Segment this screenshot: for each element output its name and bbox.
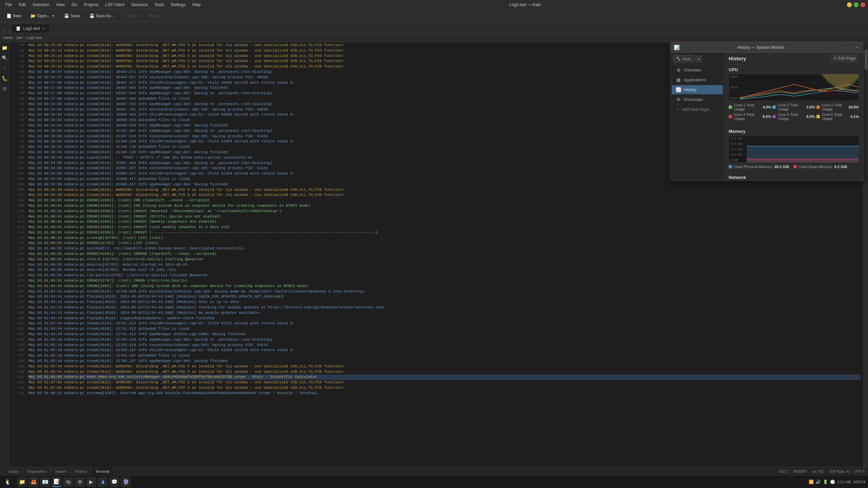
sidebar-files-icon[interactable]: 📁 xyxy=(1,44,8,52)
menu-go[interactable]: Go xyxy=(69,2,80,8)
status-bar: OutputDiagnosticsSearchProjectTerminal 1… xyxy=(0,467,868,475)
taskbar-discord-app[interactable]: 💬 xyxy=(109,477,119,487)
taskbar-kate-app[interactable]: 📝 xyxy=(52,477,62,487)
cpu-stat-dot-6 xyxy=(816,115,820,118)
nav-processes[interactable]: ⚙ Processes xyxy=(672,95,723,104)
vertical-scrollbar[interactable] xyxy=(863,42,868,467)
sidebar-extensions-icon[interactable]: ⊞ xyxy=(1,85,8,92)
editor-line-138: May 03 01:05:18 nobara-pc steam[4519]: 2… xyxy=(28,359,861,364)
status-tab-search[interactable]: Search xyxy=(51,467,71,475)
editor-line-127: May 03 01:04:43 nobara-pc flatpak[3528]:… xyxy=(28,300,861,305)
new-button[interactable]: 📄 New xyxy=(3,12,25,20)
volume-tray-icon: 🔊 xyxy=(816,480,821,484)
breadcrumb-file[interactable]: Log2.text xyxy=(26,36,42,40)
save-as-button[interactable]: 💾 Save As... xyxy=(86,12,118,20)
breadcrumb-home[interactable]: home xyxy=(3,36,13,40)
add-icon: ＋ xyxy=(676,106,680,112)
sysmon-window-title: History — System Monitor xyxy=(737,45,785,50)
undo-button[interactable]: Undo xyxy=(125,12,142,20)
menu-help[interactable]: Help xyxy=(190,2,203,8)
taskbar-discover-app[interactable]: 🛍 xyxy=(63,477,73,487)
window-controls: − □ ✕ xyxy=(847,2,865,7)
status-tab-terminal[interactable]: Terminal xyxy=(91,467,114,475)
taskbar-konsole-app[interactable]: ▶ xyxy=(86,477,96,487)
cpu-graph: 600% 450% 300% xyxy=(729,74,859,101)
taskbar-mail-app[interactable]: 📧 xyxy=(40,477,50,487)
cpu-section: CPU 600% 450% 300% xyxy=(725,64,863,124)
menu-settings[interactable]: Settings xyxy=(168,2,188,8)
taskbar-steam-app[interactable]: ♟ xyxy=(98,477,108,487)
taskbar-extra-app[interactable]: 🔮 xyxy=(121,477,131,487)
tab-nav-back[interactable]: ‹ xyxy=(3,27,7,33)
breadcrumb: home › joel › Log2.text xyxy=(0,33,868,42)
file-icon: 📝 xyxy=(16,26,21,31)
close-button[interactable]: ✕ xyxy=(861,2,865,7)
menu-projects[interactable]: Projects xyxy=(81,2,101,8)
status-tab-diagnostics[interactable]: Diagnostics xyxy=(23,467,51,475)
status-tabs: OutputDiagnosticsSearchProjectTerminal xyxy=(3,467,114,475)
menu-edit[interactable]: Edit xyxy=(16,2,28,8)
mem-value-0: 28.2 GiB xyxy=(774,165,789,169)
memory-section: Memory 42.4 GiB 31.8 GiB 21.2 GiB 10.6 G… xyxy=(725,127,863,170)
taskbar-right: 📶 🔊 🔋 🕐 1:21 AM 3/05/24 xyxy=(809,480,865,484)
editor-line-140: May 03 01:06:54 nobara-pc steam[3818]: W… xyxy=(28,369,861,375)
menu-view[interactable]: View xyxy=(53,2,67,8)
editor-line-118: May 03 01:00:02 nobara-pc CROND[42692]: … xyxy=(28,251,861,257)
save-as-icon: 💾 xyxy=(90,14,95,18)
taskbar-start[interactable]: 🐧 xyxy=(3,477,13,487)
menu-lsp[interactable]: LSP Client xyxy=(103,2,127,8)
editor-line-121: May 03 01:00:02 nobara-pc anacron[42793]… xyxy=(28,267,861,273)
sidebar-search-icon[interactable]: 🔍 xyxy=(1,54,8,62)
menu-file[interactable]: File xyxy=(3,2,15,8)
editor-tab[interactable]: 📝 Log2.text ✕ xyxy=(11,24,50,33)
mem-stat-0: Used Physical Memory 28.2 GiB xyxy=(729,165,789,169)
nav-overview[interactable]: ⊞ Overview xyxy=(672,65,723,75)
menu-selection[interactable]: Selection xyxy=(30,2,52,8)
cpu-stat-core-1: Core 1 Total Usage 4.0% xyxy=(729,103,771,111)
history-title: History xyxy=(729,56,746,61)
sidebar-git-icon[interactable]: ⑂ xyxy=(1,64,8,72)
sysmon-body: 🔧 Tools ≡ ⊞ Overview ▦ Applications xyxy=(670,53,863,181)
taskbar-files-app[interactable]: 📁 xyxy=(17,477,27,487)
window-title: Log2.text — Kate xyxy=(203,2,847,7)
editor-line-134: May 03 01:05:18 nobara-pc steam[4519]: 2… xyxy=(28,337,861,343)
memory-graph-labels: 42.4 GiB 31.8 GiB 21.2 GiB 10.6 GiB 0 Gi… xyxy=(729,136,744,162)
cpu-stat-value-5: 8.0% xyxy=(807,115,815,119)
tab-close-button[interactable]: ✕ xyxy=(42,27,45,30)
menu-sessions[interactable]: Sessions xyxy=(129,2,151,8)
sysmon-close[interactable]: ✕ xyxy=(855,45,860,50)
taskbar-browser-app[interactable]: 🦊 xyxy=(28,477,39,487)
edit-page-button[interactable]: ✎ Edit Page xyxy=(830,55,859,62)
scrollbar-thumb[interactable] xyxy=(865,49,867,70)
open-button[interactable]: 📂 Open... ▼ xyxy=(27,12,58,20)
sidebar-debug-icon[interactable]: 🐛 xyxy=(1,75,8,82)
tools-button[interactable]: 🔧 Tools xyxy=(673,55,694,62)
sysmon-maximize[interactable]: □ xyxy=(849,45,853,50)
taskbar-settings-app[interactable]: ⚙ xyxy=(75,477,85,487)
tab-nav-fwd[interactable]: › xyxy=(7,27,12,33)
editor-line-141: May 03 01:06:56 nobara-pc kded.kded-org.… xyxy=(28,374,861,380)
menu-tools[interactable]: Tools xyxy=(152,2,167,8)
cpu-graph-labels: 600% 450% 300% xyxy=(729,74,739,101)
editor-line-122: May 03 01:00:02 nobara-pc run-parts[4279… xyxy=(28,273,861,278)
status-tab-project[interactable]: Project xyxy=(71,467,91,475)
cpu-stat-dot-4 xyxy=(729,115,732,118)
editor-line-108: May 03 01:00:01 nobara-pc CROND[42692]: … xyxy=(28,198,861,203)
status-tab-output[interactable]: Output xyxy=(3,467,23,475)
editor-line-109: May 03 01:00:01 nobara-pc CROND[42692]: … xyxy=(28,203,861,209)
maximize-button[interactable]: □ xyxy=(854,2,859,7)
sysmon-minimize[interactable]: − xyxy=(843,45,847,50)
editor-line-113: May 03 01:00:01 nobara-pc CROND[42692]: … xyxy=(28,225,861,230)
nav-history[interactable]: 📈 History xyxy=(672,85,723,94)
sysmon-win-controls: − □ ✕ xyxy=(843,45,860,50)
minimize-button[interactable]: − xyxy=(847,2,852,7)
nav-applications[interactable]: ▦ Applications xyxy=(672,75,723,84)
nav-add-page[interactable]: ＋ Add New Page... xyxy=(672,105,723,114)
cpu-stat-core-3: Core 3 Total Usage 18.8% xyxy=(816,103,859,111)
breadcrumb-user[interactable]: joel xyxy=(17,36,22,40)
nav-menu-button[interactable]: ≡ xyxy=(695,56,702,62)
redo-button[interactable]: Redo xyxy=(144,12,161,20)
save-button[interactable]: 💾 Save xyxy=(60,12,83,20)
dropdown-icon: ▼ xyxy=(52,14,55,18)
processes-icon: ⚙ xyxy=(676,97,681,102)
